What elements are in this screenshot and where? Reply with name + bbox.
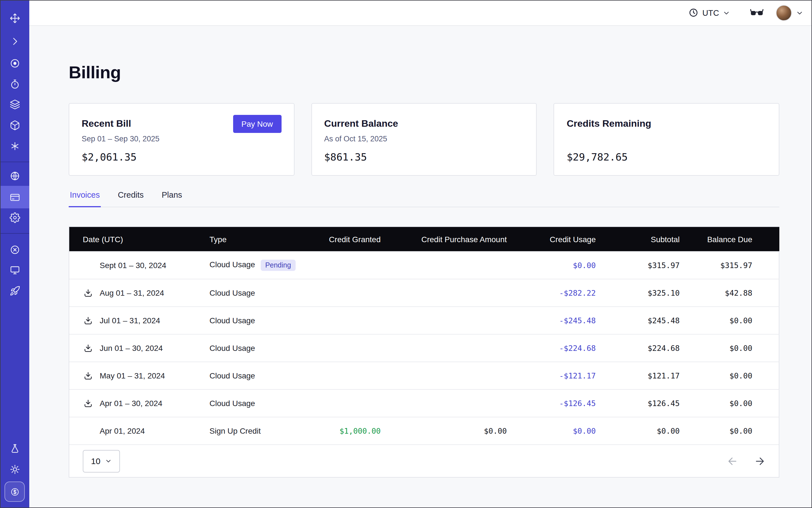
tab-plans[interactable]: Plans (161, 190, 183, 207)
pay-now-button[interactable]: Pay Now (233, 115, 281, 133)
table-row: Jun 01 – 30, 2024 Cloud Usage -$224.68 $… (69, 334, 779, 362)
credit-granted-value: $1,000.00 (340, 426, 381, 435)
table-row: Jul 01 – 31, 2024 Cloud Usage -$245.48 $… (69, 307, 779, 334)
download-invoice-button[interactable] (83, 343, 93, 353)
pagination (727, 455, 765, 467)
sidebar-item-rocket[interactable] (0, 281, 29, 301)
move-arrows-icon (9, 13, 20, 24)
glasses-button[interactable] (750, 8, 764, 17)
page-title: Billing (69, 62, 779, 83)
invoice-type: Cloud Usage (210, 344, 255, 352)
tab-invoices[interactable]: Invoices (69, 190, 101, 207)
monitor-icon (9, 264, 20, 275)
credits-remaining-card: Credits Remaining $29,782.65 (554, 103, 779, 176)
sidebar-item-theme[interactable] (0, 459, 29, 479)
card-amount: $29,782.65 (567, 151, 766, 163)
sidebar-item-usage[interactable] (0, 481, 29, 502)
sidebar-item-flask[interactable] (0, 438, 29, 458)
sidebar-item-settings[interactable] (0, 207, 29, 227)
balance-due-value: $0.00 (729, 344, 752, 352)
account-menu[interactable] (776, 5, 803, 20)
card-title: Recent Bill (82, 118, 131, 129)
asterisk-icon (9, 140, 20, 151)
card-amount: $2,061.35 (82, 151, 281, 163)
tab-credits[interactable]: Credits (117, 190, 145, 207)
credit-usage-value: -$121.17 (559, 371, 596, 380)
flask-icon (9, 443, 20, 454)
invoice-date: Jul 01 – 31, 2024 (100, 316, 160, 325)
target-icon (9, 58, 20, 69)
invoice-type: Cloud Usage (210, 260, 255, 269)
download-icon (83, 343, 93, 353)
card-title: Credits Remaining (567, 118, 651, 129)
chevron-down-icon (105, 458, 112, 464)
table-header-row: Date (UTC) Type Credit Granted Credit Pu… (69, 227, 779, 251)
credit-usage-value: -$126.45 (559, 399, 596, 408)
arrow-right-icon (754, 455, 765, 467)
credit-usage-value: -$282.22 (559, 288, 596, 297)
sidebar-item-asterisk[interactable] (0, 136, 29, 156)
table-row: Apr 01, 2024 Sign Up Credit $1,000.00 $0… (69, 417, 779, 444)
sidebar-item-circle-x[interactable] (0, 239, 29, 260)
table-row: Apr 01 – 30, 2024 Cloud Usage -$126.45 $… (69, 389, 779, 417)
timezone-selector[interactable]: UTC (689, 8, 730, 17)
app-logo[interactable] (0, 8, 29, 28)
download-invoice-button[interactable] (83, 288, 93, 298)
download-icon (83, 398, 93, 408)
download-invoice-button[interactable] (83, 371, 93, 381)
sidebar-item-stopwatch[interactable] (0, 74, 29, 94)
column-header-credit-purchase: Credit Purchase Amount (381, 227, 507, 251)
invoice-type: Cloud Usage (210, 371, 255, 380)
download-invoice-button[interactable] (83, 315, 93, 326)
invoice-date: Aug 01 – 31, 2024 (100, 288, 164, 297)
card-subtitle: Sep 01 – Sep 30, 2025 (82, 135, 281, 144)
card-subtitle (567, 135, 766, 144)
subtotal-value: $121.17 (648, 371, 680, 380)
credit-usage-value: -$245.48 (559, 316, 596, 325)
avatar (776, 5, 792, 20)
layers-icon (9, 99, 20, 110)
credit-usage-value: $0.00 (573, 426, 596, 435)
circle-x-icon (9, 244, 20, 255)
table-row: Sept 01 – 30, 2024 Cloud UsagePending $0… (69, 251, 779, 279)
sidebar-item-globe[interactable] (0, 166, 29, 186)
download-invoice-button[interactable] (83, 398, 93, 408)
column-header-date: Date (UTC) (69, 227, 210, 251)
balance-due-value: $0.00 (729, 316, 752, 325)
download-icon (83, 371, 93, 380)
sidebar (0, 0, 29, 508)
next-page-button[interactable] (754, 455, 765, 467)
balance-due-value: $0.00 (729, 399, 752, 408)
column-header-balance-due: Balance Due (680, 227, 779, 251)
invoice-type: Cloud Usage (210, 288, 255, 297)
download-icon (83, 316, 93, 325)
column-header-credit-granted: Credit Granted (305, 227, 381, 251)
card-subtitle: As of Oct 15, 2025 (324, 135, 524, 144)
summary-cards: Recent Bill Pay Now Sep 01 – Sep 30, 202… (69, 103, 779, 176)
sidebar-item-monitor[interactable] (0, 260, 29, 280)
credit-usage-value: $0.00 (573, 261, 596, 270)
credit-usage-value: -$224.68 (559, 344, 596, 352)
invoice-type: Cloud Usage (210, 316, 255, 325)
invoices-table: Date (UTC) Type Credit Granted Credit Pu… (69, 226, 779, 477)
chevron-down-icon (723, 9, 730, 16)
sidebar-item-target[interactable] (0, 53, 29, 73)
invoice-date: May 01 – 31, 2024 (100, 371, 165, 380)
arrow-left-icon (727, 455, 738, 467)
prev-page-button[interactable] (727, 455, 738, 467)
subtotal-value: $325.10 (648, 288, 680, 297)
table-footer: 10 (69, 444, 779, 477)
topbar: UTC (29, 0, 812, 26)
page-size-select[interactable]: 10 (83, 450, 120, 472)
invoice-date: Apr 01, 2024 (100, 426, 145, 435)
current-balance-card: Current Balance As of Oct 15, 2025 $861.… (311, 103, 537, 176)
sidebar-expand-button[interactable] (0, 31, 29, 51)
invoice-type: Sign Up Credit (210, 426, 261, 435)
sidebar-item-cube[interactable] (0, 115, 29, 135)
sidebar-item-layers[interactable] (0, 94, 29, 114)
globe-icon (9, 170, 20, 181)
column-header-subtotal: Subtotal (596, 227, 680, 251)
subtotal-value: $0.00 (657, 426, 680, 435)
sidebar-item-billing[interactable] (0, 187, 29, 207)
subtotal-value: $315.97 (648, 261, 680, 270)
